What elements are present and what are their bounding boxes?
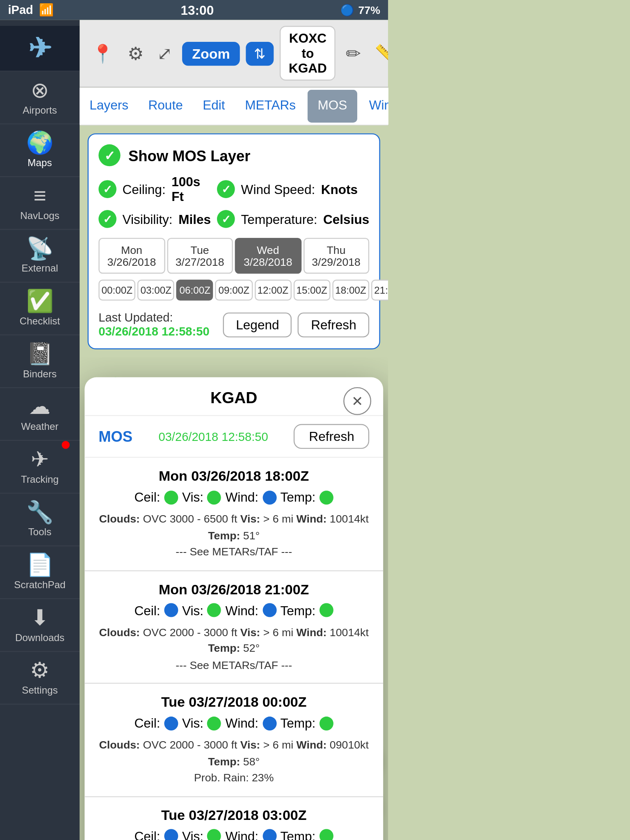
close-button[interactable]: ✕ bbox=[343, 387, 371, 415]
route-label[interactable]: KOXC to KGAD bbox=[280, 26, 336, 80]
forecast-time-0: Mon 03/26/2018 18:00Z bbox=[98, 468, 369, 484]
sidebar-item-fltplan[interactable]: ✈ bbox=[0, 26, 80, 72]
wind-label-3: Wind: bbox=[225, 829, 258, 840]
sidebar-item-tracking[interactable]: ✈ Tracking bbox=[0, 441, 80, 494]
refresh-button[interactable]: Refresh bbox=[298, 312, 370, 337]
nav-tabs: Layers Route Edit METARs MOS Winds SIGME… bbox=[80, 88, 388, 126]
windspeed-option: ✓ Wind Speed: Knots bbox=[217, 174, 369, 204]
mos-footer: Last Updated: 03/26/2018 12:58:50 Legend… bbox=[98, 310, 369, 338]
mos-title: Show MOS Layer bbox=[128, 147, 250, 164]
visibility-check: ✓ bbox=[98, 210, 116, 228]
temperature-value: Celsius bbox=[323, 212, 369, 226]
battery-label: 77% bbox=[358, 4, 380, 16]
sidebar-item-scratchpad[interactable]: 📄 ScratchPad bbox=[0, 546, 80, 599]
vis-label-0: Vis: bbox=[182, 490, 203, 504]
tab-edit[interactable]: Edit bbox=[193, 89, 235, 122]
tab-winds[interactable]: Winds bbox=[359, 89, 388, 122]
date-tab-1[interactable]: Tue 3/27/2018 bbox=[167, 238, 233, 274]
forecast-time-1: Mon 03/26/2018 21:00Z bbox=[98, 581, 369, 597]
forecast-block-1: Mon 03/26/2018 21:00Z Ceil: Vis: Wind: T… bbox=[84, 571, 383, 684]
main-layout: ✈ ⊗ Airports 🌍 Maps ≡ NavLogs 📡 External… bbox=[0, 20, 388, 840]
time-tab-1[interactable]: 03:00Z bbox=[137, 280, 174, 301]
tab-route[interactable]: Route bbox=[138, 89, 193, 122]
time-tab-4[interactable]: 12:00Z bbox=[254, 280, 291, 301]
sidebar-item-tools[interactable]: 🔧 Tools bbox=[0, 494, 80, 547]
time-tab-5[interactable]: 15:00Z bbox=[293, 280, 330, 301]
tracking-icon: ✈ bbox=[31, 449, 49, 470]
status-left: iPad 📶 bbox=[8, 3, 54, 17]
vis-dot-0 bbox=[208, 490, 221, 504]
checklist-icon: ✅ bbox=[26, 291, 53, 313]
mos-panel: ✓ Show MOS Layer ✓ Ceiling: 100s Ft ✓ Wi… bbox=[88, 133, 380, 349]
maps-icon: 🌍 bbox=[26, 132, 53, 154]
modal-refresh-button[interactable]: Refresh bbox=[294, 424, 369, 449]
airports-icon: ⊗ bbox=[31, 80, 49, 101]
map-area[interactable]: ⊕ ⊕ KGAD ✕ MOS 03/26/2018 12:58:50 Refre… bbox=[80, 357, 388, 840]
tab-mos[interactable]: MOS bbox=[308, 89, 357, 122]
visibility-value: Miles bbox=[178, 212, 211, 226]
sidebar-item-maps[interactable]: 🌍 Maps bbox=[0, 124, 80, 177]
expand-button[interactable]: ⤢ bbox=[153, 40, 176, 66]
ceil-label-3: Ceil: bbox=[134, 829, 160, 840]
forecast-block-0: Mon 03/26/2018 18:00Z Ceil: Vis: Wind: T… bbox=[84, 458, 383, 571]
tab-metars[interactable]: METARs bbox=[235, 89, 306, 122]
forecast-indicators-3: Ceil: Vis: Wind: Temp: bbox=[98, 829, 369, 840]
time-tab-3[interactable]: 09:00Z bbox=[215, 280, 252, 301]
kgad-modal: KGAD ✕ MOS 03/26/2018 12:58:50 Refresh M… bbox=[84, 377, 383, 840]
location-button[interactable]: 📍 bbox=[88, 40, 118, 66]
sidebar: ✈ ⊗ Airports 🌍 Maps ≡ NavLogs 📡 External… bbox=[0, 20, 80, 840]
sidebar-item-navlogs[interactable]: ≡ NavLogs bbox=[0, 177, 80, 230]
binders-icon: 📓 bbox=[26, 343, 53, 365]
settings-label: Settings bbox=[22, 685, 58, 696]
sort-button[interactable]: ⇅ bbox=[246, 41, 274, 65]
time-tab-7[interactable]: 21:00Z bbox=[371, 280, 388, 301]
tab-layers[interactable]: Layers bbox=[80, 89, 138, 122]
vis-dot-1 bbox=[208, 603, 221, 617]
wind-dot-1 bbox=[262, 603, 276, 617]
sidebar-item-settings[interactable]: ⚙ Settings bbox=[0, 652, 80, 705]
checklist-label: Checklist bbox=[20, 315, 60, 326]
weather-icon: ☁ bbox=[29, 396, 50, 418]
temperature-option: ✓ Temperature: Celsius bbox=[217, 210, 369, 228]
wifi-icon: 📶 bbox=[39, 3, 54, 17]
sidebar-item-airports[interactable]: ⊗ Airports bbox=[0, 72, 80, 125]
time-tab-2[interactable]: 06:00Z bbox=[176, 280, 213, 301]
ruler-button[interactable]: 📏 bbox=[371, 40, 388, 66]
date-tab-3[interactable]: Thu 3/29/2018 bbox=[303, 238, 369, 274]
airports-label: Airports bbox=[23, 105, 57, 116]
vis-label-3: Vis: bbox=[182, 829, 203, 840]
time-tab-6[interactable]: 18:00Z bbox=[332, 280, 369, 301]
modal-header: KGAD ✕ bbox=[84, 377, 383, 416]
ceil-label-0: Ceil: bbox=[134, 490, 160, 504]
date-tabs: Mon 3/26/2018 Tue 3/27/2018 Wed 3/28/201… bbox=[98, 238, 369, 274]
zoom-button[interactable]: Zoom bbox=[182, 41, 240, 65]
edit-button[interactable]: ✏ bbox=[342, 40, 365, 66]
temp-dot-3 bbox=[320, 829, 333, 840]
ceiling-label: Ceiling: bbox=[122, 182, 165, 196]
forecast-time-2: Tue 03/27/2018 00:00Z bbox=[98, 694, 369, 710]
maps-label: Maps bbox=[27, 157, 52, 168]
settings-button[interactable]: ⚙ bbox=[123, 40, 147, 66]
tools-icon: 🔧 bbox=[26, 502, 53, 523]
date-tab-2[interactable]: Wed 3/28/2018 bbox=[235, 238, 301, 274]
temperature-label: Temperature: bbox=[241, 212, 317, 226]
sidebar-item-checklist[interactable]: ✅ Checklist bbox=[0, 283, 80, 336]
date-tab-0[interactable]: Mon 3/26/2018 bbox=[98, 238, 164, 274]
sidebar-item-binders[interactable]: 📓 Binders bbox=[0, 336, 80, 388]
sidebar-item-weather[interactable]: ☁ Weather bbox=[0, 388, 80, 441]
time-label: 13:00 bbox=[180, 2, 214, 17]
forecast-detail-0: Clouds: OVC 3000 - 6500 ft Vis: > 6 mi W… bbox=[98, 511, 369, 560]
sidebar-item-external[interactable]: 📡 External bbox=[0, 230, 80, 283]
vis-dot-3 bbox=[208, 829, 221, 840]
forecast-time-3: Tue 03/27/2018 03:00Z bbox=[98, 807, 369, 823]
mos-header: ✓ Show MOS Layer bbox=[98, 144, 369, 166]
temp-dot-1 bbox=[320, 603, 333, 617]
temp-dot-2 bbox=[320, 716, 333, 730]
last-updated-time: 03/26/2018 12:58:50 bbox=[98, 324, 209, 338]
modal-mos-timestamp: 03/26/2018 12:58:50 bbox=[158, 429, 268, 443]
time-tab-0[interactable]: 00:00Z bbox=[98, 280, 135, 301]
last-updated-text: Last Updated: 03/26/2018 12:58:50 bbox=[98, 310, 223, 338]
sidebar-item-downloads[interactable]: ⬇ Downloads bbox=[0, 599, 80, 652]
modal-mos-row: MOS 03/26/2018 12:58:50 Refresh bbox=[84, 416, 383, 458]
legend-button[interactable]: Legend bbox=[223, 312, 292, 337]
